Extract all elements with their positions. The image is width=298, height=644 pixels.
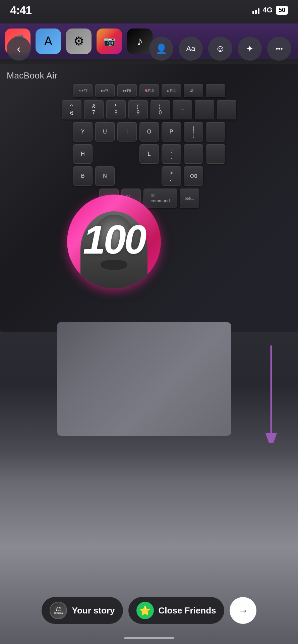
sticker-button[interactable]: ☺ xyxy=(208,37,232,61)
sticker-icon: ☺ xyxy=(216,43,225,54)
key-empty1 xyxy=(195,100,214,119)
sticker-number: 100 xyxy=(83,219,145,260)
key-option2: opti... xyxy=(180,189,199,208)
macbook-label: MacBook Air xyxy=(7,70,57,81)
text-icon: Aa xyxy=(186,44,195,53)
key-f12 xyxy=(206,84,225,97)
key-i: I xyxy=(117,122,137,142)
trackpad xyxy=(57,322,231,436)
key-empty5 xyxy=(206,144,225,164)
key-h: H xyxy=(73,144,93,164)
bottom-bar: LongLiveCinema Your story ⭐ Close Friend… xyxy=(0,597,298,624)
key-b: B xyxy=(73,166,93,186)
key-f10: 🔉F11 xyxy=(162,84,181,97)
key-f6: ◄◄F7 xyxy=(73,84,93,97)
your-story-label: Your story xyxy=(72,605,115,616)
story-avatar: LongLiveCinema xyxy=(50,602,67,619)
key-o: O xyxy=(139,122,159,142)
key-empty2 xyxy=(217,100,236,119)
key-6: ^6 xyxy=(62,100,81,119)
key-backslash: ⌫ xyxy=(184,166,203,186)
key-y: Y xyxy=(73,122,93,142)
key-minus: _- xyxy=(173,100,192,119)
effects-button[interactable]: ✦ xyxy=(238,37,262,61)
key-0: )0 xyxy=(151,100,170,119)
mention-icon: 👤 xyxy=(156,43,167,54)
toolbar: ‹ 👤 Aa ☺ ✦ ••• xyxy=(0,34,298,64)
purple-arrow xyxy=(251,342,278,444)
key-n: N xyxy=(95,166,115,186)
next-button[interactable]: → xyxy=(230,597,256,624)
signal-bars xyxy=(252,6,259,14)
key-l: L xyxy=(139,144,159,164)
key-f9: 🔇F10 xyxy=(139,84,159,97)
keyboard-grid: ◄◄F7 ▶||F8 ▶▶F9 🔇F10 🔉F11 🔊— ^6 &7 *8 (9… xyxy=(3,84,295,211)
key-bracket-open: {[ xyxy=(184,122,203,142)
key-semicolon: :; xyxy=(162,144,181,164)
effects-icon: ✦ xyxy=(246,44,253,54)
key-9: (9 xyxy=(128,100,148,119)
key-f7: ▶||F8 xyxy=(95,84,115,97)
network-label: 4G xyxy=(263,6,273,14)
key-f11: 🔊— xyxy=(184,84,203,97)
key-7: &7 xyxy=(84,100,104,119)
close-friends-icon: ⭐ xyxy=(136,602,154,619)
back-icon: ‹ xyxy=(17,43,21,55)
key-8: *8 xyxy=(106,100,126,119)
close-friends-button[interactable]: ⭐ Close Friends xyxy=(128,597,224,624)
back-button[interactable]: ‹ xyxy=(7,37,31,61)
key-empty4 xyxy=(184,144,203,164)
key-p: P xyxy=(162,122,181,142)
mention-button[interactable]: 👤 xyxy=(149,37,173,61)
profile-sticker[interactable]: 100 xyxy=(67,195,161,288)
key-gt: >. xyxy=(162,166,181,186)
more-icon: ••• xyxy=(276,45,283,53)
status-time: 4:41 xyxy=(10,4,32,17)
your-story-button[interactable]: LongLiveCinema Your story xyxy=(42,597,123,624)
key-empty3 xyxy=(206,122,225,142)
status-bar: 4:41 4G 50 xyxy=(0,0,298,20)
battery-level: 50 xyxy=(276,6,288,15)
key-u: U xyxy=(95,122,115,142)
next-icon: → xyxy=(238,604,248,617)
battery: 50 xyxy=(276,6,288,15)
more-button[interactable]: ••• xyxy=(267,37,291,61)
key-f8: ▶▶F9 xyxy=(117,84,137,97)
home-indicator xyxy=(124,637,174,639)
text-button[interactable]: Aa xyxy=(179,37,203,61)
close-friends-label: Close Friends xyxy=(159,605,216,616)
